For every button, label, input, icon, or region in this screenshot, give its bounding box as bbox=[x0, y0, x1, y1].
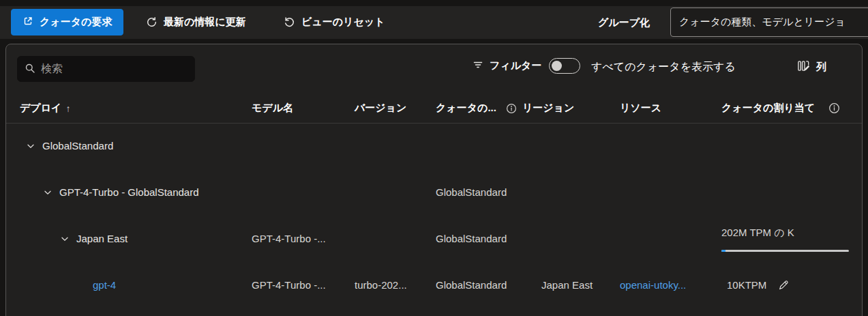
request-quota-label: クォータの要求 bbox=[40, 16, 112, 29]
columns-edit-icon bbox=[797, 59, 810, 74]
search-box bbox=[17, 56, 195, 82]
model-cell: GPT-4-Turbo -... bbox=[252, 279, 326, 291]
open-in-new-icon bbox=[23, 16, 33, 29]
quota-type-cell: GlobalStandard bbox=[436, 233, 507, 244]
refresh-icon bbox=[146, 16, 158, 28]
refresh-label: 最新の情報に更新 bbox=[164, 16, 246, 29]
show-all-quota-toggle[interactable] bbox=[549, 58, 580, 74]
filter-icon bbox=[473, 59, 483, 72]
refresh-button[interactable]: 最新の情報に更新 bbox=[140, 9, 252, 35]
info-icon[interactable] bbox=[506, 103, 517, 114]
search-input[interactable] bbox=[41, 63, 188, 75]
quota-usage-bar-fill bbox=[721, 250, 725, 252]
table-header-row: デプロイ ↑ モデル名 バージョン クォータの... bbox=[6, 94, 863, 124]
chevron-down-icon[interactable] bbox=[26, 141, 35, 151]
columns-label: 列 bbox=[816, 61, 826, 74]
deployment-link[interactable]: gpt-4 bbox=[93, 279, 116, 291]
undo-icon bbox=[284, 16, 295, 28]
group-row-label: GPT-4-Turbo - GlobalStandard bbox=[59, 186, 199, 198]
filter-label: フィルター bbox=[490, 59, 541, 72]
quota-usage-bar bbox=[721, 250, 849, 252]
group-by-value: クォータの種類、モデルとリージョ bbox=[679, 16, 845, 29]
chevron-down-icon[interactable] bbox=[60, 234, 70, 244]
reset-view-label: ビューのリセット bbox=[301, 16, 385, 29]
edit-columns-button[interactable]: 列 bbox=[797, 59, 826, 74]
table-row[interactable]: GPT-4-Turbo - GlobalStandard GlobalStand… bbox=[6, 171, 863, 217]
chevron-down-icon[interactable] bbox=[43, 188, 53, 197]
reset-view-button[interactable]: ビューのリセット bbox=[278, 9, 390, 35]
toggle-knob bbox=[552, 61, 562, 71]
version-cell: turbo-202... bbox=[355, 279, 407, 291]
header-model[interactable]: モデル名 bbox=[252, 102, 293, 115]
request-quota-button[interactable]: クォータの要求 bbox=[11, 9, 123, 35]
quota-management-page: クォータの要求 最新の情報に更新 ビューのリセット グループ化 クォータの bbox=[0, 0, 868, 316]
group-row-label: GlobalStandard bbox=[42, 140, 113, 152]
quota-allocation-cell: 10KTPM bbox=[727, 279, 790, 291]
quota-type-cell: GlobalStandard bbox=[436, 279, 507, 291]
header-deploy[interactable]: デプロイ ↑ bbox=[20, 102, 70, 115]
search-icon bbox=[25, 63, 35, 76]
resource-link[interactable]: openai-utoky... bbox=[620, 279, 686, 291]
quota-type-cell: GlobalStandard bbox=[436, 186, 507, 198]
filter-button[interactable]: フィルター bbox=[473, 59, 541, 72]
header-resource[interactable]: リソース bbox=[620, 102, 661, 115]
edit-pencil-icon[interactable] bbox=[778, 279, 790, 291]
header-version[interactable]: バージョン bbox=[355, 102, 406, 115]
sort-ascending-icon: ↑ bbox=[65, 103, 70, 114]
table-row[interactable]: GlobalStandard bbox=[6, 124, 863, 171]
table-row[interactable]: Japan East GPT-4-Turbo -... GlobalStanda… bbox=[6, 217, 863, 263]
command-toolbar: クォータの要求 最新の情報に更新 ビューのリセット グループ化 クォータの bbox=[0, 6, 868, 39]
header-region[interactable]: リージョン bbox=[522, 102, 574, 115]
model-cell: GPT-4-Turbo -... bbox=[252, 233, 326, 244]
quota-allocation-cell: 202M TPM の K bbox=[721, 227, 794, 240]
group-by-select[interactable]: クォータの種類、モデルとリージョ bbox=[670, 8, 868, 37]
header-quota-allocation[interactable]: クォータの割り当て bbox=[721, 102, 840, 115]
region-cell: Japan East bbox=[541, 279, 593, 291]
quota-table-panel: フィルター すべてのクォータを表示する 列 デプロイ ↑ bbox=[5, 44, 863, 316]
header-quota-type[interactable]: クォータの... bbox=[436, 102, 517, 115]
info-icon[interactable] bbox=[828, 102, 840, 114]
group-row-label: Japan East bbox=[76, 233, 128, 244]
show-all-quota-label: すべてのクォータを表示する bbox=[591, 60, 736, 74]
table-row[interactable]: gpt-4 GPT-4-Turbo -... turbo-202... Glob… bbox=[6, 263, 863, 310]
group-by-label: グループ化 bbox=[598, 16, 650, 29]
